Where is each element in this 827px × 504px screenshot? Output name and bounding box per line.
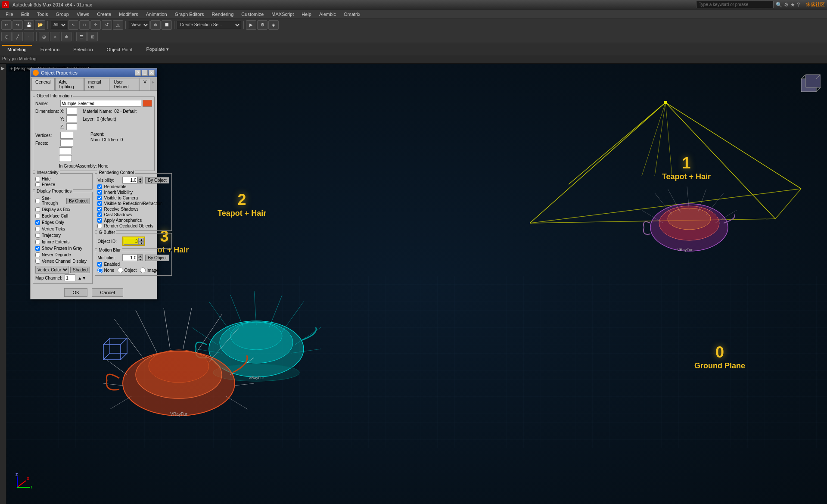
polygon-btn[interactable]: ⬡ — [1, 32, 12, 41]
material-editor-btn[interactable]: ◈ — [268, 20, 279, 30]
search-icon[interactable]: 🔍 — [776, 2, 782, 8]
dialog-close-btn[interactable]: ✕ — [149, 70, 155, 76]
menu-alembic[interactable]: Alembic — [316, 11, 339, 18]
tab-general[interactable]: General — [31, 78, 55, 90]
dim-y-input[interactable] — [66, 115, 77, 122]
none-radio[interactable] — [97, 268, 103, 273]
move-btn[interactable]: ✛ — [90, 20, 101, 30]
object-id-input[interactable] — [124, 238, 139, 245]
multiplier-up-btn[interactable]: ▲ — [137, 254, 143, 258]
star-icon[interactable]: ★ — [790, 2, 795, 8]
blur-by-object-btn[interactable]: By Object — [145, 255, 169, 261]
object-id-down-btn[interactable]: ▼ — [139, 241, 144, 245]
visibility-up-btn[interactable]: ▲ — [137, 177, 143, 180]
vertex-btn[interactable]: · — [24, 32, 34, 41]
menu-graph-editors[interactable]: Graph Editors — [171, 11, 208, 18]
menu-views[interactable]: Views — [73, 11, 93, 18]
menu-help[interactable]: Help — [298, 11, 315, 18]
freeze-checkbox[interactable] — [35, 182, 40, 187]
shaded-btn[interactable]: Shaded — [70, 267, 90, 273]
tab-modeling[interactable]: Modeling — [2, 45, 32, 53]
tab-adv-lighting[interactable]: Adv. Lighting — [55, 78, 84, 90]
color-swatch[interactable] — [143, 100, 152, 107]
menu-rendering[interactable]: Rendering — [208, 11, 237, 18]
edges-only-checkbox[interactable] — [35, 220, 40, 225]
field-name-input[interactable] — [60, 100, 141, 107]
freeze-btn[interactable]: ❄ — [61, 32, 72, 41]
backface-checkbox[interactable] — [35, 214, 40, 218]
search-input[interactable] — [696, 1, 774, 8]
tab-user-defined[interactable]: User Defined — [110, 78, 139, 90]
tab-selection[interactable]: Selection — [68, 45, 98, 53]
tab-populate[interactable]: Populate ▾ — [141, 44, 174, 53]
save-btn[interactable]: 💾 — [24, 20, 34, 30]
display-as-box-checkbox[interactable] — [35, 207, 40, 212]
recv-shadows-checkbox[interactable] — [97, 207, 102, 212]
selection-set-dropdown[interactable]: Create Selection Se... — [177, 21, 241, 29]
rotate-btn[interactable]: ↺ — [102, 20, 112, 30]
inherit-vis-checkbox[interactable] — [97, 190, 102, 195]
snap-btn[interactable]: 🔲 — [162, 20, 172, 30]
render-setup-btn[interactable]: ⚙ — [257, 20, 267, 30]
edge-btn[interactable]: ╱ — [12, 32, 23, 41]
visibility-input[interactable] — [122, 177, 137, 184]
map-channel-spinner[interactable]: ▲▼ — [78, 276, 86, 280]
menu-omatrix[interactable]: Omatrix — [340, 11, 364, 18]
menu-maxscript[interactable]: MAXScript — [268, 11, 297, 18]
scale-btn[interactable]: △ — [113, 20, 123, 30]
viewport-nav-cube[interactable] — [795, 70, 821, 97]
expand-arrow[interactable]: ▶ — [1, 66, 5, 71]
undo-dropdown[interactable]: All — [50, 21, 67, 29]
isolate-btn[interactable]: ◎ — [39, 32, 49, 41]
viewport[interactable]: + [Perspective] [Realistic + Edged Faces… — [6, 64, 827, 504]
extra-input1[interactable] — [59, 147, 72, 154]
object-radio[interactable] — [118, 268, 123, 273]
hide-checkbox[interactable] — [35, 177, 40, 181]
vis-refl-checkbox[interactable] — [97, 201, 102, 206]
map-channel-input[interactable] — [65, 274, 75, 281]
menu-customize[interactable]: Customize — [238, 11, 267, 18]
show-frozen-checkbox[interactable] — [35, 246, 40, 251]
menu-file[interactable]: File — [2, 11, 17, 18]
redo-btn[interactable]: ↪ — [12, 20, 23, 30]
visibility-down-btn[interactable]: ▼ — [137, 180, 143, 184]
dialog-title-bar[interactable]: Object Properties ? _ ✕ — [31, 68, 157, 77]
menu-edit[interactable]: Edit — [18, 11, 33, 18]
object-id-up-btn[interactable]: ▲ — [139, 238, 144, 241]
apply-atm-checkbox[interactable] — [97, 218, 102, 223]
trajectory-checkbox[interactable] — [35, 233, 40, 238]
display-by-object-btn[interactable]: By Object — [66, 198, 90, 204]
tab-v[interactable]: V — [140, 78, 150, 90]
tab-freeform[interactable]: Freeform — [35, 45, 65, 53]
enabled-checkbox[interactable] — [97, 262, 102, 267]
vertex-ticks-checkbox[interactable] — [35, 227, 40, 231]
menu-tools[interactable]: Tools — [34, 11, 52, 18]
renderable-checkbox[interactable] — [97, 184, 102, 189]
vis-camera-checkbox[interactable] — [97, 196, 102, 200]
tab-more[interactable]: ▸ — [151, 78, 156, 90]
undo-btn[interactable]: ↩ — [1, 20, 12, 30]
never-degrade-checkbox[interactable] — [35, 252, 40, 257]
render-btn[interactable]: ▶ — [246, 20, 256, 30]
see-through-checkbox[interactable] — [35, 199, 40, 203]
tab-mental-ray[interactable]: mental ray — [84, 78, 109, 90]
menu-group[interactable]: Group — [52, 11, 72, 18]
open-btn[interactable]: 📂 — [35, 20, 45, 30]
ok-button[interactable]: OK — [64, 288, 87, 297]
menu-animation[interactable]: Animation — [143, 11, 171, 18]
ref-coord-btn[interactable]: ⊕ — [150, 20, 161, 30]
multiplier-down-btn[interactable]: ▼ — [137, 258, 143, 261]
dialog-help-btn[interactable]: ? — [135, 70, 141, 76]
ignore-extents-checkbox[interactable] — [35, 240, 40, 244]
help-icon[interactable]: ? — [797, 2, 800, 8]
tab-object-paint[interactable]: Object Paint — [102, 45, 138, 53]
view-dropdown[interactable]: View — [128, 21, 149, 29]
render-occluded-checkbox[interactable] — [97, 224, 102, 228]
hide-unsel-btn[interactable]: ○ — [50, 32, 60, 41]
menu-create[interactable]: Create — [93, 11, 115, 18]
cancel-button[interactable]: Cancel — [92, 288, 123, 297]
multiplier-input[interactable] — [122, 254, 137, 261]
group-btn[interactable]: ⊞ — [87, 32, 98, 41]
settings-icon[interactable]: ⚙ — [784, 2, 789, 8]
vertex-channel-checkbox[interactable] — [35, 259, 40, 264]
